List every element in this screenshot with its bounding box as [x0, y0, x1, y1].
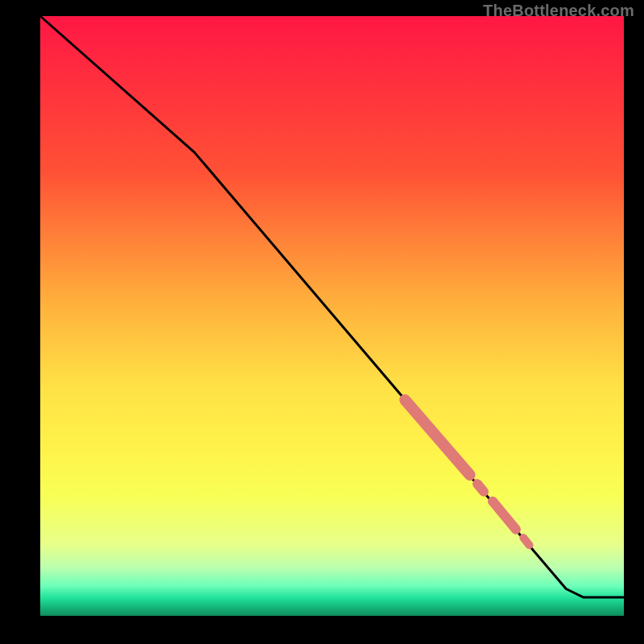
watermark-text: TheBottleneck.com [483, 2, 634, 20]
plot-gradient-area [40, 16, 624, 616]
chart-stage: TheBottleneck.com [0, 0, 644, 644]
